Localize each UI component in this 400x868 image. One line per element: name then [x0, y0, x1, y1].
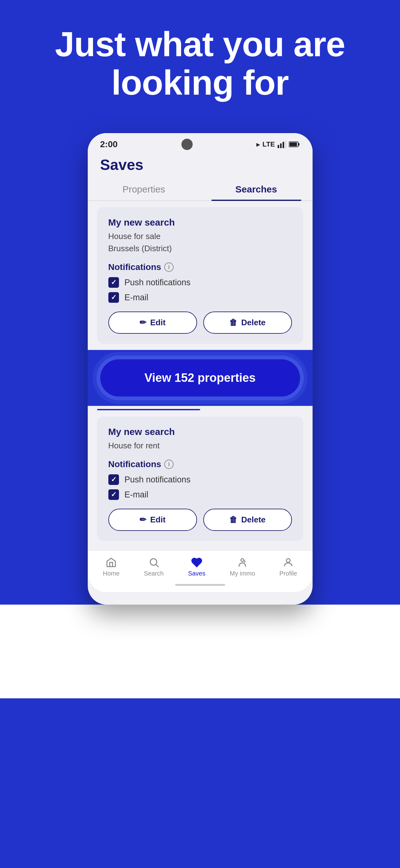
svg-rect-0: [277, 145, 279, 148]
svg-rect-1: [280, 144, 282, 148]
svg-point-10: [286, 559, 290, 562]
checkmark-email-1: ✓: [111, 293, 116, 302]
cta-container: View 152 properties: [88, 350, 312, 406]
info-icon-2[interactable]: i: [164, 460, 174, 469]
tab-properties[interactable]: Properties: [88, 177, 200, 200]
myimmo-icon: [237, 557, 248, 568]
svg-rect-3: [285, 141, 286, 148]
status-time: 2:00: [100, 140, 118, 149]
email-checkbox-2[interactable]: ✓: [108, 489, 119, 500]
search-card-2: My new search House for rent Notificatio…: [97, 416, 303, 541]
push-notification-row-2: ✓ Push notifications: [108, 474, 292, 485]
push-checkbox-1[interactable]: ✓: [108, 277, 119, 288]
home-indicator: [88, 580, 312, 592]
nav-item-home[interactable]: Home: [103, 557, 119, 577]
home-nav-label: Home: [103, 570, 119, 577]
svg-rect-5: [298, 143, 299, 146]
second-card-area: My new search House for rent Notificatio…: [88, 406, 312, 547]
edit-button-2[interactable]: ✏ Edit: [108, 509, 197, 531]
status-bar: 2:00 ▸ LTE: [88, 133, 312, 153]
hero-section: Just what you are looking for: [0, 0, 400, 121]
svg-point-9: [241, 559, 244, 561]
search-icon: [148, 557, 160, 568]
notifications-label-1: Notifications i: [108, 262, 292, 272]
tab-searches[interactable]: Searches: [200, 177, 312, 200]
search-name-2: My new search: [108, 427, 292, 437]
phone-frame: 2:00 ▸ LTE: [88, 133, 312, 604]
app-header: Saves: [88, 153, 312, 174]
camera-dot: [181, 139, 193, 150]
saves-nav-label: Saves: [188, 570, 205, 577]
hero-title: Just what you are looking for: [19, 25, 381, 102]
email-label-2: E-mail: [125, 490, 148, 500]
status-icons: ▸ LTE: [256, 140, 300, 149]
tabs-bar: Properties Searches: [88, 177, 312, 201]
delete-button-2[interactable]: 🗑 Delete: [203, 509, 292, 531]
email-row-1: ✓ E-mail: [108, 292, 292, 303]
svg-point-7: [150, 559, 157, 565]
pencil-icon-2: ✏: [140, 515, 146, 525]
profile-icon: [282, 557, 294, 568]
checkmark-2: ✓: [111, 475, 116, 484]
content-area-1: My new search House for sale Brussels (D…: [88, 201, 312, 350]
push-notification-row-1: ✓ Push notifications: [108, 277, 292, 288]
trash-icon-1: 🗑: [229, 318, 237, 328]
home-icon: [105, 557, 117, 568]
pencil-icon-1: ✏: [140, 318, 146, 328]
search-name-1: My new search: [108, 217, 292, 228]
phone-wrapper: 2:00 ▸ LTE: [0, 121, 400, 604]
svg-rect-2: [282, 142, 284, 148]
myimmo-nav-label: My immo: [230, 570, 255, 577]
trash-icon-2: 🗑: [229, 515, 237, 525]
profile-nav-label: Profile: [279, 570, 297, 577]
card-actions-1: ✏ Edit 🗑 Delete: [108, 312, 292, 334]
email-label-1: E-mail: [125, 293, 148, 303]
saves-heart-icon: [191, 557, 202, 568]
home-bar: [175, 584, 225, 586]
phone-screen: 2:00 ▸ LTE: [88, 133, 312, 592]
card-actions-2: ✏ Edit 🗑 Delete: [108, 509, 292, 531]
nav-item-saves[interactable]: Saves: [188, 557, 205, 577]
lte-label: LTE: [263, 140, 275, 148]
nav-item-profile[interactable]: Profile: [279, 557, 297, 577]
bottom-nav: Home Search Saves: [88, 550, 312, 580]
wifi-icon: ▸: [256, 140, 260, 149]
svg-line-8: [156, 565, 158, 567]
divider-line: [97, 409, 200, 410]
nav-item-myimmo[interactable]: My immo: [230, 557, 255, 577]
battery-icon: [289, 141, 300, 148]
app-title: Saves: [100, 156, 300, 174]
notifications-label-2: Notifications i: [108, 459, 292, 469]
checkmark-email-2: ✓: [111, 491, 116, 499]
edit-button-1[interactable]: ✏ Edit: [108, 312, 197, 334]
checkmark-1: ✓: [111, 278, 116, 286]
nav-item-search[interactable]: Search: [144, 557, 164, 577]
push-checkbox-2[interactable]: ✓: [108, 474, 119, 485]
bottom-section: [0, 604, 400, 698]
search-type-2: House for rent: [108, 440, 292, 452]
svg-rect-6: [290, 143, 297, 146]
view-properties-button[interactable]: View 152 properties: [100, 359, 300, 397]
push-label-2: Push notifications: [125, 475, 191, 485]
search-card-1: My new search House for sale Brussels (D…: [97, 207, 303, 344]
info-icon-1[interactable]: i: [164, 262, 174, 272]
push-label-1: Push notifications: [125, 278, 191, 287]
email-row-2: ✓ E-mail: [108, 489, 292, 500]
search-type-1: House for sale Brussels (District): [108, 230, 292, 255]
signal-icon: [277, 141, 286, 148]
delete-button-1[interactable]: 🗑 Delete: [203, 312, 292, 334]
email-checkbox-1[interactable]: ✓: [108, 292, 119, 303]
search-nav-label: Search: [144, 570, 164, 577]
